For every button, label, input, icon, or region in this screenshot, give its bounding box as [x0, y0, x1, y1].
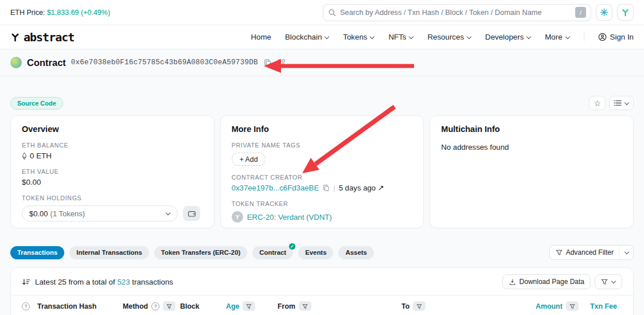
column-age: Age [226, 301, 278, 311]
table-header-row: ? Transaction Hash Method ? Block Age Fr… [11, 295, 633, 315]
tab-label: Contract [259, 249, 286, 256]
nav-divider [584, 33, 584, 41]
chevron-down-icon [409, 35, 413, 40]
to-filter-button[interactable] [413, 301, 426, 311]
token-tracker-row: ERC-20: Verdant (VDNT) [232, 211, 413, 223]
transactions-table-card: Latest 25 from a total of 523 transactio… [10, 267, 634, 315]
tabs-row: Transactions Internal Transactions Token… [10, 245, 634, 260]
user-icon [598, 33, 607, 41]
nav-item-nfts[interactable]: NFTs [388, 33, 413, 41]
nav-item-developers[interactable]: Developers [485, 33, 531, 41]
sign-in-button[interactable]: Sign In [598, 33, 634, 41]
contract-type-label: Contract [27, 57, 66, 68]
theme-icon [600, 8, 608, 17]
nav-item-label: More [545, 33, 562, 41]
column-method: Method ? [123, 301, 180, 311]
contract-avatar [10, 57, 22, 68]
advanced-filter-main[interactable]: Advanced Filter [550, 246, 619, 259]
table-summary-row: Latest 25 from a total of 523 transactio… [11, 268, 633, 295]
search-shortcut-chip: / [575, 7, 586, 18]
theme-toggle-button[interactable] [596, 4, 612, 21]
tab-assets[interactable]: Assets [338, 246, 373, 259]
nav-item-blockchain[interactable]: Blockchain [285, 33, 329, 41]
nav-item-tokens[interactable]: Tokens [343, 33, 374, 41]
top-bar: ETH Price: $1,833.69 (+0.49%) / [0, 0, 644, 25]
chevron-down-icon [625, 101, 629, 106]
more-info-card: More Info PRIVATE NAME TAGS + Add CONTRA… [220, 115, 424, 228]
nav-item-home[interactable]: Home [251, 33, 271, 41]
eth-price: ETH Price: $1,833.69 (+0.49%) [10, 9, 110, 17]
search-box[interactable]: / [323, 4, 591, 21]
help-icon[interactable]: ? [22, 302, 30, 310]
topbar-actions: / [323, 4, 634, 21]
column-label-amount[interactable]: Amount [536, 302, 563, 310]
network-button[interactable] [617, 4, 634, 21]
add-name-tag-button[interactable]: + Add [232, 153, 266, 166]
nav-bar: abstract Home Blockchain Tokens NFTs Res… [0, 25, 644, 49]
column-block: Block [180, 302, 226, 310]
token-tracker-link[interactable]: ERC-20: Verdant (VDNT) [247, 213, 332, 221]
source-code-badge[interactable]: Source Code [10, 97, 63, 110]
tab-events[interactable]: Events [298, 246, 333, 259]
eth-balance-text: 0 ETH [30, 151, 52, 160]
from-filter-button[interactable] [299, 301, 311, 311]
wallet-button[interactable] [183, 206, 200, 221]
chevron-down-icon [166, 211, 170, 216]
tab-contract[interactable]: Contract✓ [252, 246, 293, 259]
amount-filter-button[interactable] [566, 301, 579, 311]
list-icon [614, 100, 622, 106]
eth-diamond-icon [22, 152, 27, 160]
token-holdings-label: TOKEN HOLDINGS [22, 195, 203, 201]
column-label-txn-fee[interactable]: Txn Fee [590, 302, 617, 310]
chevron-down-icon [370, 35, 374, 40]
table-summary: Latest 25 from a total of 523 transactio… [22, 278, 173, 286]
token-holdings-row: $0.00(1 Tokens) [22, 205, 203, 221]
token-holdings-dropdown[interactable]: $0.00(1 Tokens) [22, 205, 178, 221]
tab-transactions[interactable]: Transactions [10, 246, 64, 259]
column-label: Transaction Hash [37, 302, 96, 310]
creator-address-link[interactable]: 0x37ee197b...c6Fd3aeBE [232, 184, 319, 192]
contract-creator-label: CONTRACT CREATOR [232, 174, 413, 181]
brand-name: abstract [24, 30, 74, 44]
contract-header: Contract 0x6e7038eb0F16c75785c43b69A0803… [0, 49, 644, 76]
header-tools: ☆ [589, 96, 634, 110]
summary-count[interactable]: 523 [117, 278, 130, 286]
column-label-age[interactable]: Age [226, 302, 239, 310]
column-txn-fee: Txn Fee [590, 302, 617, 310]
chevron-down-icon [611, 279, 616, 284]
advanced-filter-label: Advanced Filter [566, 248, 614, 256]
tab-internal-transactions[interactable]: Internal Transactions [69, 246, 149, 259]
nav-item-more[interactable]: More [545, 33, 569, 41]
table-filter-button[interactable] [595, 274, 622, 289]
view-options-button[interactable] [609, 96, 634, 110]
badges-row: Source Code ☆ [10, 96, 634, 110]
chevron-down-icon [625, 250, 629, 255]
nav-item-resources[interactable]: Resources [427, 33, 471, 41]
qr-code-button[interactable] [277, 59, 286, 67]
advanced-filter-button: Advanced Filter [549, 245, 634, 260]
creation-txn-link[interactable]: 5 days ago ↗ [339, 184, 384, 192]
eth-price-value[interactable]: $1,833.69 [47, 9, 79, 17]
card-title: Overview [22, 125, 203, 134]
copy-icon[interactable] [322, 184, 330, 192]
separator: | [333, 184, 335, 192]
help-icon[interactable]: ? [151, 302, 159, 310]
download-icon [509, 278, 516, 286]
search-input[interactable] [340, 8, 571, 17]
age-filter-button[interactable] [243, 301, 255, 311]
sign-in-label: Sign In [610, 33, 634, 41]
copy-address-button[interactable] [263, 59, 272, 67]
eth-value-label: ETH VALUE [22, 168, 203, 175]
brand-logo[interactable]: abstract [10, 30, 74, 44]
eth-balance-label: ETH BALANCE [22, 142, 203, 149]
info-cards: Overview ETH BALANCE 0 ETH ETH VALUE $0.… [10, 115, 634, 228]
contract-address: 0x6e7038eb0F16c75785c43b69A0803C0eA59739… [71, 59, 258, 67]
favorite-button[interactable]: ☆ [589, 96, 606, 110]
download-label: Download Page Data [520, 278, 584, 286]
method-filter-button[interactable] [163, 301, 175, 311]
tab-token-transfers[interactable]: Token Transfers (ERC-20) [154, 246, 247, 259]
advanced-filter-caret[interactable] [619, 246, 633, 259]
overview-card: Overview ETH BALANCE 0 ETH ETH VALUE $0.… [10, 115, 214, 228]
nav-item-label: Blockchain [285, 33, 322, 41]
download-page-data-button[interactable]: Download Page Data [502, 274, 591, 289]
